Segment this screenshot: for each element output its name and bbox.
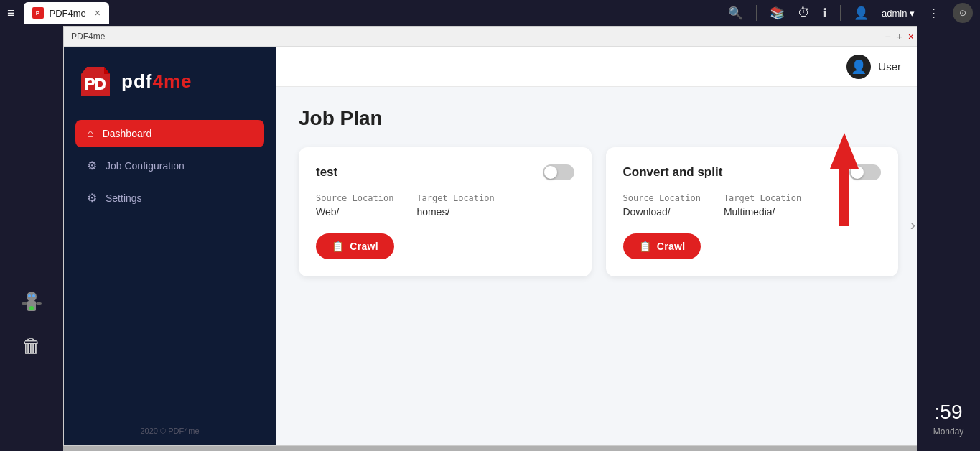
crawl-icon-convert: 📋 (639, 241, 651, 252)
main-content: 👤 User Job Plan test (276, 47, 921, 445)
cards-row: test Source Location Web/ Target Locatio… (299, 147, 898, 276)
sidebar-item-label: Dashboard (103, 128, 152, 139)
gear-icon-job: ⚙ (87, 159, 97, 172)
toggle-test[interactable] (543, 164, 574, 180)
sidebar-item-label: Settings (106, 192, 142, 204)
app-titlebar-label: PDF4me (71, 32, 885, 42)
card-title-test: test (316, 165, 337, 180)
source-location-label-convert: Source Location (623, 193, 701, 203)
clock-time: :59 (935, 401, 963, 424)
user-icon[interactable]: 👤 (854, 6, 869, 21)
svg-marker-8 (104, 67, 110, 74)
admin-label[interactable]: admin ▾ (882, 8, 915, 19)
main-header: 👤 User (276, 47, 921, 87)
robot-icon (14, 284, 50, 320)
source-location-convert: Source Location Download/ (623, 193, 701, 218)
crawl-label-test: Crawl (350, 241, 378, 252)
toggle-convert[interactable] (849, 164, 881, 180)
minimize-button[interactable]: − (885, 32, 890, 42)
clock-day: Monday (933, 427, 964, 437)
card-header-test: test (316, 164, 574, 180)
gear-icon-settings: ⚙ (87, 191, 97, 205)
crawl-label-convert: Crawl (657, 241, 686, 252)
svg-point-3 (32, 294, 35, 297)
sidebar-item-settings[interactable]: ⚙ Settings (75, 184, 264, 212)
avatar: 👤 (846, 55, 871, 79)
crawl-icon-test: 📋 (332, 241, 344, 252)
card-header-convert: Convert and split (623, 164, 882, 180)
target-location-convert: Target Location Multimedia/ (724, 193, 801, 218)
left-panel: 🗑 (0, 26, 63, 451)
right-panel: :59 Monday (917, 26, 980, 451)
sidebar: pdf4me ⌂ Dashboard ⚙ Job Configuration ⚙… (64, 47, 276, 445)
app-titlebar: PDF4me − + × (64, 27, 921, 47)
os-icon-group: 🔍 📚 ⏱ ℹ 👤 admin ▾ ⋮ ⊙ (728, 3, 973, 23)
os-topbar: ≡ P PDF4me × 🔍 📚 ⏱ ℹ 👤 admin ▾ ⋮ ⊙ (0, 0, 980, 26)
time-icon[interactable]: ⊙ (953, 3, 973, 23)
target-location-label-convert: Target Location (724, 193, 801, 203)
tab-close-button[interactable]: × (95, 7, 101, 19)
user-area: 👤 User (846, 55, 901, 79)
home-icon: ⌂ (87, 127, 94, 140)
app-tab[interactable]: P PDF4me × (24, 2, 109, 24)
close-button[interactable]: × (908, 32, 914, 42)
sidebar-footer: 2020 © PDF4me (64, 417, 276, 445)
svg-rect-5 (22, 302, 27, 305)
source-location-label-test: Source Location (316, 193, 393, 203)
source-location-value-test: Web/ (316, 206, 393, 218)
target-location-label-test: Target Location (416, 193, 494, 203)
svg-point-4 (29, 306, 34, 310)
tab-logo: P (32, 7, 44, 19)
info-icon[interactable]: ℹ (823, 6, 827, 21)
source-location-test: Source Location Web/ (316, 193, 393, 218)
stack-icon[interactable]: 📚 (770, 6, 785, 21)
search-icon[interactable]: 🔍 (728, 6, 743, 21)
job-card-test: test Source Location Web/ Target Locatio… (299, 147, 592, 276)
sidebar-item-job-configuration[interactable]: ⚙ Job Configuration (75, 152, 264, 180)
crawl-button-convert[interactable]: 📋 Crawl (623, 233, 701, 259)
sidebar-item-dashboard[interactable]: ⌂ Dashboard (75, 120, 264, 147)
crawl-button-test[interactable]: 📋 Crawl (316, 233, 394, 259)
card-title-convert: Convert and split (623, 165, 723, 180)
svg-point-2 (28, 294, 31, 297)
target-location-value-test: homes/ (416, 206, 494, 218)
app-window: PDF4me − + × pdf4me (63, 26, 922, 446)
page-title: Job Plan (299, 107, 898, 130)
card-locations-convert: Source Location Download/ Target Locatio… (623, 193, 882, 218)
svg-point-0 (27, 292, 37, 302)
card-locations-test: Source Location Web/ Target Location hom… (316, 193, 574, 218)
menu-icon[interactable]: ≡ (7, 6, 15, 21)
clock-icon[interactable]: ⏱ (798, 6, 810, 20)
app-body: pdf4me ⌂ Dashboard ⚙ Job Configuration ⚙… (64, 47, 921, 445)
more-icon[interactable]: ⋮ (928, 6, 940, 21)
sidebar-item-label: Job Configuration (106, 160, 185, 172)
job-card-convert: Convert and split Source Location Downlo… (606, 147, 899, 276)
tab-label: PDF4me (50, 8, 86, 19)
maximize-button[interactable]: + (897, 32, 902, 42)
main-body: Job Plan test Source Location Web/ (276, 87, 921, 445)
logo-text: pdf4me (121, 70, 192, 93)
target-location-value-convert: Multimedia/ (724, 206, 801, 218)
user-name: User (878, 60, 901, 73)
source-location-value-convert: Download/ (623, 206, 701, 218)
sidebar-nav: ⌂ Dashboard ⚙ Job Configuration ⚙ Settin… (64, 113, 276, 417)
logo-icon (78, 64, 113, 98)
titlebar-controls: − + × (885, 32, 914, 42)
target-location-test: Target Location homes/ (416, 193, 494, 218)
svg-rect-6 (36, 302, 42, 305)
trash-icon[interactable]: 🗑 (15, 327, 48, 363)
right-chevron[interactable]: › (910, 216, 915, 235)
sidebar-logo: pdf4me (64, 47, 276, 113)
